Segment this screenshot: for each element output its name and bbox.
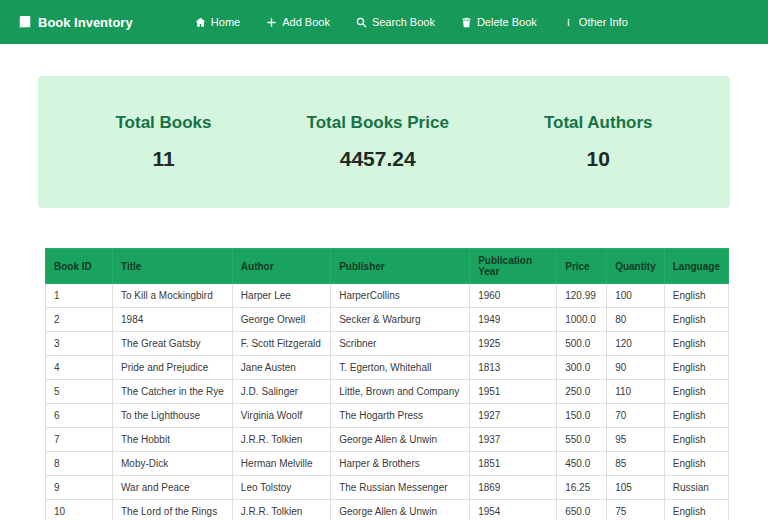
table-cell: Harper & Brothers [331, 452, 470, 476]
table-row[interactable]: 6To the LighthouseVirginia WoolfThe Hoga… [46, 404, 729, 428]
info-icon [563, 17, 574, 28]
table-cell: The Great Gatsby [113, 332, 233, 356]
stat-total-authors: Total Authors10 [544, 113, 653, 171]
table-cell: 9 [46, 476, 113, 500]
table-cell: 1851 [470, 452, 557, 476]
table-row[interactable]: 21984George OrwellSecker & Warburg194910… [46, 308, 729, 332]
stat-value: 11 [116, 147, 212, 171]
nav-item-home[interactable]: Home [195, 16, 240, 28]
table-cell: 1951 [470, 380, 557, 404]
home-icon [195, 17, 206, 28]
table-cell: 70 [607, 404, 665, 428]
table-cell: Little, Brown and Company [331, 380, 470, 404]
table-cell: 120.99 [557, 284, 607, 308]
table-cell: 4 [46, 356, 113, 380]
table-cell: English [664, 308, 728, 332]
table-cell: 1869 [470, 476, 557, 500]
table-cell: Jane Austen [232, 356, 330, 380]
nav-item-search-book[interactable]: Search Book [356, 16, 435, 28]
column-header: Publisher [331, 249, 470, 284]
table-cell: Pride and Prejudice [113, 356, 233, 380]
nav-item-label: Other Info [579, 16, 628, 28]
table-row[interactable]: 8Moby-DickHerman MelvilleHarper & Brothe… [46, 452, 729, 476]
table-cell: English [664, 380, 728, 404]
table-cell: HarperCollins [331, 284, 470, 308]
table-cell: War and Peace [113, 476, 233, 500]
table-cell: 150.0 [557, 404, 607, 428]
table-cell: Secker & Warburg [331, 308, 470, 332]
table-row[interactable]: 3The Great GatsbyF. Scott FitzgeraldScri… [46, 332, 729, 356]
table-cell: Herman Melville [232, 452, 330, 476]
table-cell: 120 [607, 332, 665, 356]
book-icon [18, 15, 32, 29]
table-row[interactable]: 7The HobbitJ.R.R. TolkienGeorge Allen & … [46, 428, 729, 452]
nav-item-add-book[interactable]: Add Book [266, 16, 330, 28]
table-cell: 1984 [113, 308, 233, 332]
trash-icon [461, 17, 472, 28]
table-cell: Moby-Dick [113, 452, 233, 476]
column-header: Quantity [607, 249, 665, 284]
column-header: Title [113, 249, 233, 284]
table-cell: 250.0 [557, 380, 607, 404]
stats-panel: Total Books11Total Books Price4457.24Tot… [38, 76, 730, 208]
table-cell: J.D. Salinger [232, 380, 330, 404]
table-cell: George Orwell [232, 308, 330, 332]
table-cell: 10 [46, 500, 113, 520]
table-cell: 1954 [470, 500, 557, 520]
table-cell: 1937 [470, 428, 557, 452]
nav-item-other-info[interactable]: Other Info [563, 16, 628, 28]
table-cell: George Allen & Unwin [331, 428, 470, 452]
table-cell: Virginia Woolf [232, 404, 330, 428]
table-wrap: Book IDTitleAuthorPublisherPublication Y… [0, 208, 768, 520]
table-cell: English [664, 356, 728, 380]
books-table: Book IDTitleAuthorPublisherPublication Y… [45, 248, 729, 520]
stat-total-books: Total Books11 [116, 113, 212, 171]
table-cell: English [664, 332, 728, 356]
table-cell: 16.25 [557, 476, 607, 500]
navbar: Book Inventory HomeAdd BookSearch BookDe… [0, 0, 768, 44]
table-cell: 7 [46, 428, 113, 452]
table-cell: The Hobbit [113, 428, 233, 452]
table-cell: 650.0 [557, 500, 607, 520]
table-cell: To the Lighthouse [113, 404, 233, 428]
table-cell: 1949 [470, 308, 557, 332]
table-cell: English [664, 404, 728, 428]
table-row[interactable]: 4Pride and PrejudiceJane AustenT. Egerto… [46, 356, 729, 380]
table-cell: 500.0 [557, 332, 607, 356]
table-cell: 85 [607, 452, 665, 476]
table-body: 1To Kill a MockingbirdHarper LeeHarperCo… [46, 284, 729, 520]
table-row[interactable]: 9War and PeaceLeo TolstoyThe Russian Mes… [46, 476, 729, 500]
table-cell: To Kill a Mockingbird [113, 284, 233, 308]
table-cell: 550.0 [557, 428, 607, 452]
stat-total-books-price: Total Books Price4457.24 [307, 113, 449, 171]
table-row[interactable]: 10The Lord of the RingsJ.R.R. TolkienGeo… [46, 500, 729, 520]
nav-item-label: Delete Book [477, 16, 537, 28]
stat-label: Total Books Price [307, 113, 449, 133]
table-cell: J.R.R. Tolkien [232, 428, 330, 452]
brand-label: Book Inventory [38, 15, 133, 30]
table-cell: George Allen & Unwin [331, 500, 470, 520]
table-row[interactable]: 5The Catcher in the RyeJ.D. SalingerLitt… [46, 380, 729, 404]
table-cell: 1813 [470, 356, 557, 380]
plus-icon [266, 17, 277, 28]
table-cell: 110 [607, 380, 665, 404]
table-row[interactable]: 1To Kill a MockingbirdHarper LeeHarperCo… [46, 284, 729, 308]
table-cell: 95 [607, 428, 665, 452]
nav-links: HomeAdd BookSearch BookDelete BookOther … [195, 16, 688, 28]
table-cell: 100 [607, 284, 665, 308]
table-cell: 1000.0 [557, 308, 607, 332]
nav-item-delete-book[interactable]: Delete Book [461, 16, 537, 28]
table-cell: 2 [46, 308, 113, 332]
table-cell: 1960 [470, 284, 557, 308]
table-cell: 450.0 [557, 452, 607, 476]
stat-label: Total Books [116, 113, 212, 133]
column-header: Publication Year [470, 249, 557, 284]
table-cell: The Russian Messenger [331, 476, 470, 500]
table-cell: Leo Tolstoy [232, 476, 330, 500]
brand[interactable]: Book Inventory [18, 15, 133, 30]
table-cell: English [664, 452, 728, 476]
table-cell: 3 [46, 332, 113, 356]
table-cell: English [664, 500, 728, 520]
column-header: Price [557, 249, 607, 284]
stat-value: 10 [544, 147, 653, 171]
